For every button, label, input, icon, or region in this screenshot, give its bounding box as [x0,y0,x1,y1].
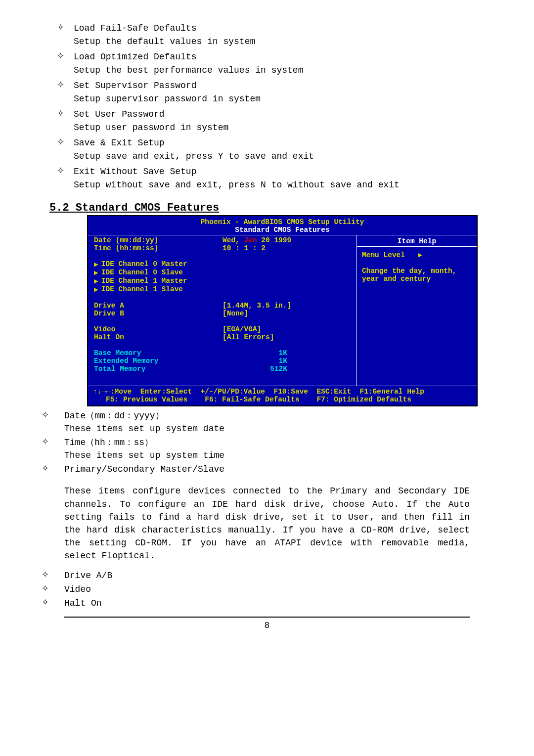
totalmem-value: 512K [222,365,356,373]
time-label: Time (hh:mm:ss) [94,244,222,252]
bios-footer: ↑↓→←:Move Enter:Select +/-/PU/PD:Value F… [88,386,477,405]
bullet-icon: ✧ [40,436,64,447]
item-title: Save & Exit Setup [74,136,314,150]
table-row: ▶IDE Channel 1 Slave [88,285,356,294]
item-title: Video [64,583,91,596]
footer-line1: ↑↓→←:Move Enter:Select +/-/PU/PD:Value F… [93,388,424,396]
bullet-icon: ✧ [40,409,64,420]
bullet-icon: ✧ [40,597,64,608]
item-title: Primary/Secondary Master/Slave [64,463,470,476]
video-value: [EGA/VGA] [222,325,356,333]
item-desc: Setup save and exit, press Y to save and… [74,150,314,163]
item-title: Set User Password [74,108,228,121]
basemem-label: Base Memory [94,349,222,357]
list-item: ✧ Set Supervisor Password Setup supervis… [57,79,499,106]
bullet-icon: ✧ [40,583,64,594]
ide-label: IDE Channel 0 Master [101,260,187,268]
item-content: Save & Exit Setup Setup save and exit, p… [74,136,314,163]
bullet-icon: ✧ [57,108,74,134]
help-body: Menu Level ▶ Change the day, month, year… [357,247,477,287]
video-label: Video [94,325,222,333]
bullet-icon: ✧ [57,136,74,163]
item-content: Set User Password Setup user password in… [74,108,228,134]
table-row: Drive A [1.44M, 3.5 in.] [88,302,356,310]
list-item: ✧ Load Optimized Defaults Setup the best… [57,50,499,77]
page-footer: 8 [64,617,470,630]
table-row: Total Memory 512K [88,365,356,373]
drive-b-label: Drive B [94,310,222,317]
item-desc: These items set up system time [64,449,224,462]
bios-screenshot: Phoenix - AwardBIOS CMOS Setup Utility S… [87,215,478,406]
totalmem-label: Total Memory [94,365,222,373]
bullet-icon: ✧ [57,165,74,192]
bios-title-line1: Phoenix - AwardBIOS CMOS Setup Utility [201,218,364,226]
item-title: Load Fail-Safe Defaults [74,22,255,35]
item-title: Set Supervisor Password [74,79,261,92]
date-red: Jan [244,236,257,244]
item-desc: These items set up system date [64,422,224,435]
item-desc: Setup supervisor password in system [74,92,261,106]
ide-label: IDE Channel 1 Master [101,277,187,285]
item-desc: Setup without save and exit, press N to … [74,178,400,192]
list-item: ✧ Primary/Secondary Master/Slave These i… [40,463,499,562]
list-item: ✧ Load Fail-Safe Defaults Setup the defa… [57,22,499,48]
triangle-icon: ▶ [94,285,101,294]
post-item-list: ✧ Date（mm：dd：yyyy） These items set up sy… [40,409,499,610]
help-text: Change the day, month, year and century [362,267,472,283]
list-item: ✧ Save & Exit Setup Setup save and exit,… [57,136,499,163]
drive-a-value: [1.44M, 3.5 in.] [222,302,356,310]
bios-left-panel: Date (mm:dd:yy) Wed, Jan 20 1999 Time (h… [88,235,356,386]
extmem-value: 1K [222,357,356,365]
list-item: ✧ Drive A/B [40,569,499,582]
item-content: Date（mm：dd：yyyy） These items set up syst… [64,409,224,435]
list-item: ✧ Video [40,583,499,596]
item-content: Exit Without Save Setup Setup without sa… [74,165,400,192]
basemem-value: 1K [222,349,356,357]
bios-title: Phoenix - AwardBIOS CMOS Setup Utility S… [88,216,477,235]
table-row: Time (hh:mm:ss) 10 : 1 : 2 [88,244,356,252]
item-title: Date（mm：dd：yyyy） [64,409,224,422]
list-item: ✧ Set User Password Setup user password … [57,108,499,134]
list-item: ✧ Exit Without Save Setup Setup without … [57,165,499,192]
bios-right-panel: Item Help Menu Level ▶ Change the day, m… [356,235,477,386]
list-item: ✧ Halt On [40,597,499,610]
item-content: Set Supervisor Password Setup supervisor… [74,79,261,106]
item-desc: Setup the default values in system [74,35,255,48]
item-title: Exit Without Save Setup [74,165,400,178]
bullet-icon: ✧ [57,50,74,77]
section-heading: 5.2 Standard CMOS Features [49,202,499,214]
bullet-icon: ✧ [40,569,64,580]
item-content: Primary/Secondary Master/Slave These ite… [64,463,470,562]
date-label: Date (mm:dd:yy) [94,236,222,244]
table-row: Base Memory 1K [88,349,356,357]
table-row: Drive B [None] [88,310,356,317]
table-row: Halt On [All Errors] [88,333,356,341]
table-row: ▶IDE Channel 1 Master [88,277,356,285]
triangle-icon: ▶ [94,277,101,285]
triangle-icon: ▶ [418,251,422,259]
drive-b-value: [None] [222,310,356,317]
table-row: Extended Memory 1K [88,357,356,365]
date-suffix: 20 1999 [257,236,292,244]
list-item: ✧ Time（hh：mm：ss） These items set up syst… [40,436,499,462]
item-help-title: Item Help [357,235,477,247]
table-row: ▶IDE Channel 0 Slave [88,268,356,277]
item-desc: Setup the best performance values in sys… [74,64,303,77]
list-item: ✧ Date（mm：dd：yyyy） These items set up sy… [40,409,499,435]
table-row: ▶IDE Channel 0 Master [88,260,356,268]
menu-level: Menu Level [362,251,405,259]
date-prefix: Wed, [222,236,244,244]
ide-label: IDE Channel 1 Slave [101,285,183,294]
table-row: Video [EGA/VGA] [88,325,356,333]
halt-value: [All Errors] [222,333,356,341]
triangle-icon: ▶ [94,268,101,277]
item-desc: Setup user password in system [74,121,228,134]
bullet-icon: ✧ [40,463,64,474]
item-content: Load Fail-Safe Defaults Setup the defaul… [74,22,255,48]
extmem-label: Extended Memory [94,357,222,365]
triangle-icon: ▶ [94,260,101,268]
item-title: Time（hh：mm：ss） [64,436,224,449]
item-content: Load Optimized Defaults Setup the best p… [74,50,303,77]
item-title: Load Optimized Defaults [74,50,303,64]
bios-title-line2: Standard CMOS Features [235,226,329,234]
